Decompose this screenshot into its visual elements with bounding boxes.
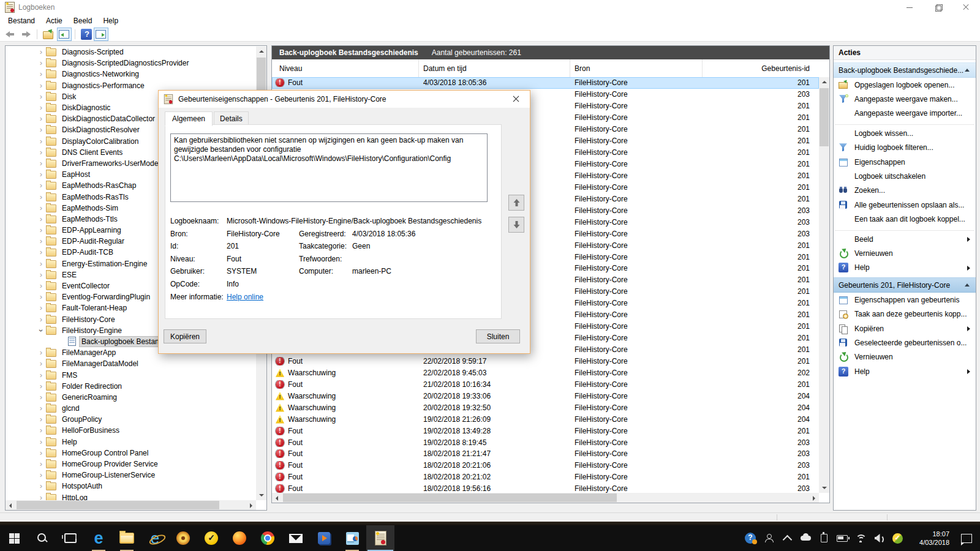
tree-item[interactable]: Diagnosis-ScriptedDiagnosticsProvider — [6, 58, 256, 69]
previous-event-button[interactable] — [508, 195, 524, 211]
taskbar-app-button[interactable] — [366, 525, 394, 551]
chevron-icon[interactable] — [36, 248, 46, 257]
tree-horizontal-scrollbar[interactable] — [6, 500, 256, 510]
chevron-icon[interactable] — [36, 393, 46, 402]
taskbar-app-button[interactable] — [28, 525, 56, 551]
tray-button[interactable] — [888, 525, 907, 551]
action-item[interactable]: Huidig logboek filteren... — [834, 141, 976, 155]
chevron-icon[interactable] — [36, 471, 46, 479]
tray-button[interactable] — [760, 525, 778, 551]
event-row[interactable]: Fout 18/02/2018 20:21:06 FileHistory-Cor… — [272, 460, 819, 471]
dialog-tab[interactable]: Algemeen — [165, 111, 213, 126]
action-item[interactable]: Aangepaste weergave maken... — [834, 92, 976, 106]
chevron-icon[interactable] — [36, 460, 46, 468]
event-row[interactable]: Fout 19/02/2018 8:19:45 FileHistory-Core… — [272, 437, 819, 448]
chevron-icon[interactable] — [36, 371, 46, 380]
chevron-icon[interactable] — [36, 48, 46, 56]
tree-item[interactable]: HttpLog — [6, 492, 256, 501]
help-icon[interactable] — [81, 29, 92, 40]
scroll-right-arrow-icon[interactable] — [809, 493, 819, 503]
event-row[interactable]: Waarschuwing 20/02/2018 19:32:50 FileHis… — [272, 402, 819, 413]
tray-button[interactable] — [851, 525, 870, 551]
event-row[interactable]: Waarschuwing 19/02/2018 21:26:09 FileHis… — [272, 413, 819, 425]
action-item[interactable]: Help — [834, 261, 976, 275]
taskbar-app-button[interactable] — [113, 525, 141, 551]
chevron-icon[interactable] — [36, 126, 46, 134]
menu-item[interactable]: Bestand — [2, 15, 40, 26]
scroll-left-arrow-icon[interactable] — [272, 493, 282, 503]
chevron-icon[interactable] — [36, 204, 46, 212]
event-row[interactable]: Fout 18/02/2018 19:56:16 FileHistory-Cor… — [272, 483, 819, 493]
tree-item[interactable]: glcnd — [6, 403, 256, 414]
chevron-icon[interactable] — [36, 237, 46, 246]
copy-button[interactable]: Kopiëren — [164, 329, 206, 343]
list-vertical-scrollbar[interactable] — [819, 77, 829, 493]
next-event-button[interactable] — [508, 217, 524, 233]
tree-item[interactable]: FileManagerDataModel — [6, 358, 256, 369]
action-item[interactable]: Logboek wissen... — [834, 126, 976, 140]
chevron-icon[interactable] — [36, 92, 46, 101]
action-item[interactable]: Help — [834, 364, 976, 378]
sluiten-button[interactable]: Sluiten — [476, 329, 520, 343]
event-row[interactable]: Fout 18/02/2018 20:21:02 FileHistory-Cor… — [272, 471, 819, 483]
action-item[interactable]: Opgeslagen logboek openen... — [834, 78, 976, 92]
scrollbar-thumb[interactable] — [283, 493, 617, 502]
chevron-icon[interactable] — [36, 260, 46, 268]
scroll-down-arrow-icon[interactable] — [819, 482, 829, 493]
menu-item[interactable]: Help — [97, 15, 124, 26]
chevron-icon[interactable] — [36, 114, 46, 123]
chevron-icon[interactable] — [36, 404, 46, 413]
scrollbar-thumb[interactable] — [820, 88, 829, 146]
scroll-right-arrow-icon[interactable] — [246, 500, 256, 510]
tray-button[interactable] — [870, 525, 888, 551]
action-item[interactable] — [835, 227, 974, 231]
action-item[interactable]: Taak aan deze gebeurtenis kopp... — [834, 307, 976, 321]
tree-item[interactable]: HomeGroup-ListenerService — [6, 470, 256, 481]
chevron-icon[interactable] — [36, 181, 46, 190]
chevron-icon[interactable] — [36, 193, 46, 201]
chevron-icon[interactable] — [36, 482, 46, 490]
tray-button[interactable] — [741, 525, 760, 551]
open-folder-icon[interactable] — [42, 28, 55, 40]
taskbar-app-button[interactable] — [85, 525, 113, 551]
chevron-icon[interactable] — [36, 426, 46, 435]
chevron-icon[interactable] — [36, 304, 46, 312]
menu-item[interactable]: Beeld — [68, 15, 98, 26]
event-row[interactable]: Fout 22/02/2018 9:59:17 FileHistory-Core… — [272, 356, 819, 367]
scroll-up-arrow-icon[interactable] — [819, 77, 829, 88]
tree-item[interactable]: GroupPolicy — [6, 414, 256, 425]
chevron-icon[interactable] — [36, 348, 46, 357]
chevron-icon[interactable] — [36, 493, 46, 500]
tree-item[interactable]: Help — [6, 437, 256, 448]
event-row[interactable]: Fout 19/02/2018 13:49:28 FileHistory-Cor… — [272, 425, 819, 437]
action-item[interactable]: Alle gebeurtenissen opslaan als... — [834, 198, 976, 212]
action-item[interactable]: Beeld — [834, 232, 976, 246]
restore-button[interactable] — [924, 0, 952, 15]
action-item[interactable]: Logboek uitschakelen — [834, 169, 976, 183]
minimize-button[interactable] — [895, 0, 924, 15]
actions-section-log[interactable]: Back-uplogboek Bestandsgeschiede... — [834, 62, 976, 78]
chevron-icon[interactable] — [36, 315, 46, 324]
chevron-icon[interactable] — [36, 215, 46, 223]
chevron-icon[interactable] — [36, 282, 46, 290]
taskbar-app-button[interactable] — [254, 525, 282, 551]
event-row[interactable]: Waarschuwing 22/02/2018 9:45:03 FileHist… — [272, 367, 819, 378]
chevron-icon[interactable] — [36, 59, 46, 67]
console-tree-icon[interactable] — [57, 28, 72, 41]
event-row[interactable]: Fout 4/03/2018 18:05:36 FileHistory-Core… — [272, 77, 819, 89]
tray-button[interactable] — [778, 525, 796, 551]
taskbar-app-button[interactable] — [0, 525, 28, 551]
tree-item[interactable]: Folder Redirection — [6, 381, 256, 392]
scroll-down-arrow-icon[interactable] — [256, 490, 266, 500]
tree-item[interactable]: FMS — [6, 369, 256, 380]
action-item[interactable]: Vernieuwen — [834, 350, 976, 364]
tree-item[interactable]: HelloForBusiness — [6, 425, 256, 436]
scroll-up-arrow-icon[interactable] — [256, 47, 266, 57]
taskbar-app-button[interactable] — [141, 525, 169, 551]
event-message[interactable]: Kan gebruikersbibliotheken niet scannen … — [170, 133, 488, 202]
chevron-icon[interactable] — [36, 170, 46, 179]
chevron-icon[interactable] — [36, 159, 46, 168]
back-arrow-icon[interactable] — [4, 28, 17, 40]
action-item[interactable]: Eigenschappen van gebeurtenis — [834, 293, 976, 307]
chevron-icon[interactable] — [36, 449, 46, 457]
